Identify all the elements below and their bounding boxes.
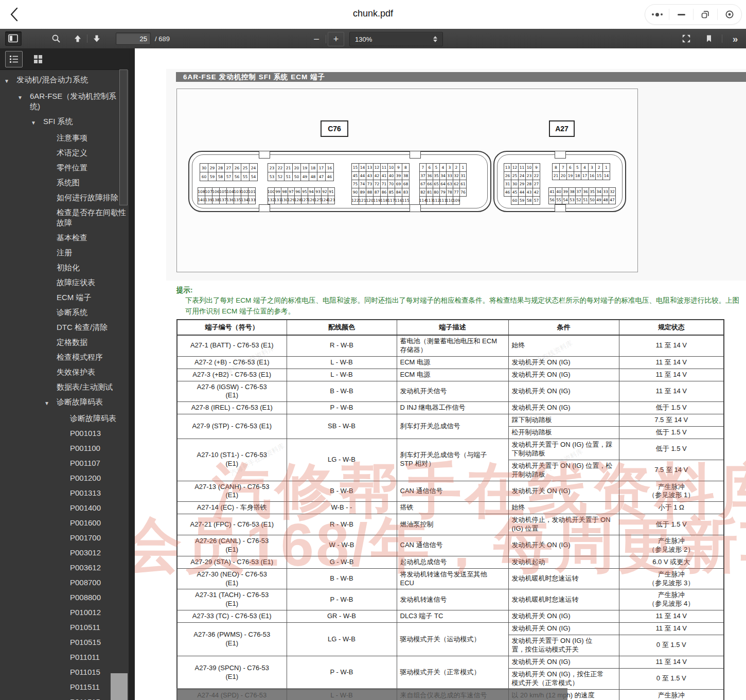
sidebar-resizer[interactable] <box>129 48 135 700</box>
table-cell: 搭铁 <box>397 502 508 514</box>
sidebar-item[interactable]: P008700 <box>0 575 129 590</box>
sidebar-item[interactable]: 初始化 <box>0 260 129 275</box>
pin-cell: 56 <box>233 172 241 181</box>
pin-cell: 31 <box>504 180 511 188</box>
sidebar-item[interactable]: 系统图 <box>0 176 129 190</box>
pin-cell: 19 <box>566 171 574 180</box>
sidebar-item[interactable]: 检查是否存在间歇性故障 <box>0 205 129 231</box>
sidebar-item[interactable]: 检查模式程序 <box>0 350 129 365</box>
sidebar-item[interactable]: 定格数据 <box>0 335 129 350</box>
thumbnails-view-button[interactable] <box>30 51 46 67</box>
sidebar-item[interactable]: DTC 检查/清除 <box>0 320 129 335</box>
table-cell: A27-2 (+B) - C76-53 (E1) <box>177 356 287 369</box>
sidebar-item[interactable]: P010012 <box>0 605 129 620</box>
sidebar-item[interactable]: ▼6AR-FSE（发动机控制系统) <box>0 89 129 114</box>
pin-cell: 6 <box>426 163 433 172</box>
presentation-mode-button[interactable] <box>679 32 694 45</box>
sidebar-item-label: 如何进行故障排除 <box>57 192 118 203</box>
sidebar-toggle-button[interactable] <box>5 31 22 46</box>
pin-cell: 51 <box>284 172 293 181</box>
sidebar-item[interactable]: P003012 <box>0 546 129 561</box>
pin-cell: 24 <box>249 163 258 172</box>
sidebar-item[interactable]: 失效保护表 <box>0 365 129 380</box>
collapse-arrow-icon[interactable]: ▼ <box>31 116 43 128</box>
sidebar-item[interactable]: P001107 <box>0 456 129 471</box>
sidebar-item[interactable]: 注册 <box>0 246 129 260</box>
hint-text: 下表列出了每对 ECM 端子之间的标准电压、电阻和波形。同时还指出了每对端子的相… <box>185 295 743 317</box>
sidebar-scrollbar-thumb[interactable] <box>119 69 128 205</box>
pin-cell: 118 <box>380 196 388 205</box>
page-number-input[interactable] <box>116 32 151 45</box>
table-cell: A27-29 (STA) - C76-53 (E1) <box>177 556 287 568</box>
outline-view-button[interactable] <box>5 51 23 67</box>
sidebar-item[interactable]: 诊断故障码表 <box>0 411 129 426</box>
toolbar-divider <box>326 35 326 43</box>
sidebar-tabs <box>0 48 129 70</box>
collapse-arrow-icon[interactable]: ▼ <box>17 91 30 103</box>
pin-cell: 106 <box>212 187 220 196</box>
pin-cell: 46 <box>504 188 511 197</box>
table-cell: CAN 通信信号 <box>397 481 508 502</box>
close-button[interactable] <box>718 5 741 24</box>
sidebar-item[interactable]: 注意事项 <box>0 131 129 146</box>
sidebar-item[interactable]: P001400 <box>0 501 129 516</box>
table-cell: 发动机开关 ON (IG) <box>508 402 619 414</box>
table-cell: 产生脉冲 <box>619 689 724 700</box>
sidebar-item[interactable]: 如何进行故障排除 <box>0 190 129 205</box>
table-header-row: 端子编号（符号）配线颜色端子描述条件规定状态 <box>177 320 724 335</box>
sidebar-item[interactable]: P010511 <box>0 620 129 635</box>
table-cell: 发动机开关 ON (IG) <box>508 535 619 556</box>
sidebar-item-label: P011011 <box>70 652 100 662</box>
sidebar-item-label: P010511 <box>70 622 100 633</box>
sidebar-item[interactable]: P001200 <box>0 471 129 486</box>
more-tools-button[interactable]: » <box>727 32 743 45</box>
pin-cell: 4 <box>439 163 447 172</box>
connector-tab <box>259 204 270 212</box>
sidebar-item[interactable]: P001600 <box>0 516 129 531</box>
sidebar-item[interactable]: 术语定义 <box>0 146 129 161</box>
more-button[interactable] <box>645 5 669 24</box>
search-button[interactable] <box>48 32 64 45</box>
sidebar-item[interactable]: P011515 <box>0 695 129 700</box>
pin-cell: 36 <box>426 171 433 180</box>
sidebar-item[interactable]: P001013 <box>0 426 129 441</box>
sidebar-item[interactable]: P003612 <box>0 561 129 575</box>
sidebar-item[interactable]: ▼诊断故障码表 <box>0 395 129 411</box>
float-window-button[interactable] <box>694 5 717 24</box>
sidebar-item[interactable]: ECM 端子 <box>0 290 129 305</box>
sidebar-item-label: 6AR-FSE（发动机控制系统) <box>30 91 125 112</box>
sidebar-item[interactable]: P011015 <box>0 665 129 680</box>
bookmark-button[interactable] <box>701 32 717 45</box>
sidebar-item[interactable]: ▼发动机/混合动力系统 <box>0 73 129 89</box>
sidebar-item[interactable]: 零件位置 <box>0 161 129 176</box>
table-cell: B - W-B <box>287 481 397 502</box>
collapse-arrow-icon[interactable]: ▼ <box>44 397 57 409</box>
pin-cell: 22 <box>276 163 285 172</box>
sidebar-item[interactable]: ▼SFI 系统 <box>0 114 129 131</box>
sidebar-item[interactable]: 数据表/主动测试 <box>0 380 129 395</box>
sidebar-item[interactable]: 故障症状表 <box>0 275 129 290</box>
next-page-button[interactable] <box>89 32 104 45</box>
pin-cell: 45 <box>351 171 359 180</box>
sidebar-item[interactable]: P001313 <box>0 486 129 501</box>
table-row: A27-30 (NEO) - C76-53 (E1)B - W-B将发动机转速信… <box>177 568 724 589</box>
sidebar-item[interactable]: 基本检查 <box>0 231 129 246</box>
sidebar-item[interactable]: P001700 <box>0 531 129 546</box>
pdf-page: 6AR-FSE 发动机控制 SFI 系统 ECM 端子 C76 A27 3029… <box>135 48 746 700</box>
pin-cell: 23 <box>525 171 533 180</box>
zoom-select[interactable]: 130% <box>349 32 443 46</box>
sidebar-item[interactable]: P011511 <box>0 680 129 695</box>
sidebar-item[interactable]: P008800 <box>0 590 129 605</box>
thumbnails-grid-icon <box>33 54 43 64</box>
prev-page-button[interactable] <box>70 32 85 45</box>
minimize-button[interactable] <box>669 5 693 24</box>
sidebar-item[interactable]: P010515 <box>0 635 129 650</box>
sidebar-item[interactable]: P001100 <box>0 441 129 456</box>
collapse-arrow-icon[interactable]: ▼ <box>4 75 16 86</box>
pin-cell: 44 <box>359 171 366 180</box>
sidebar-item[interactable]: 诊断系统 <box>0 305 129 320</box>
zoom-in-button[interactable]: + <box>328 32 344 46</box>
sidebar-item[interactable]: P011011 <box>0 650 129 665</box>
zoom-out-button[interactable]: − <box>309 32 324 46</box>
pin-cell: 89 <box>359 188 366 197</box>
